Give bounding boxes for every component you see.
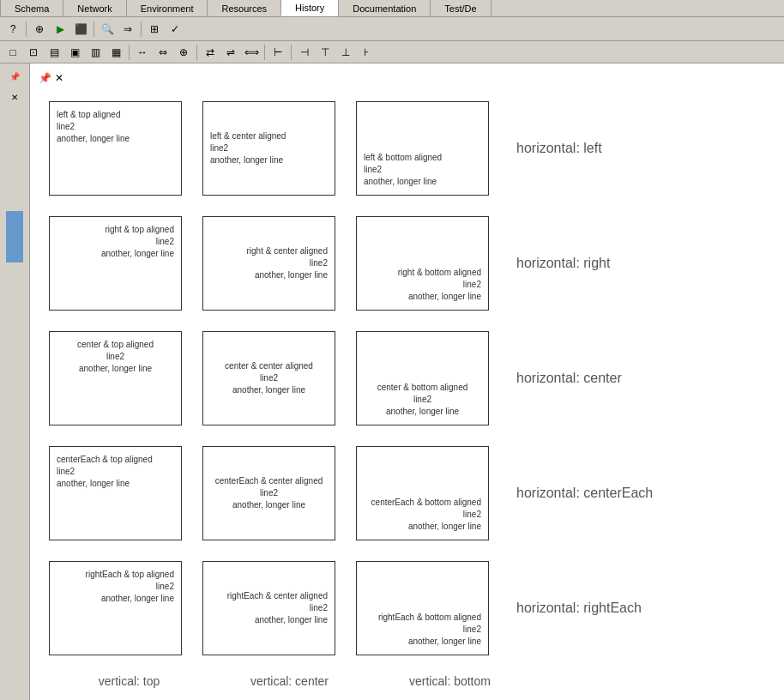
- sep2: [93, 21, 94, 37]
- tb2-g[interactable]: ↔: [133, 43, 152, 62]
- box-text-top-right: right & top alignedline2another, longer …: [101, 224, 174, 260]
- box-top-rightEach: rightEach & top alignedline2another, lon…: [42, 554, 189, 662]
- side-indicator: [6, 211, 23, 262]
- find-next-button[interactable]: ⇒: [118, 20, 137, 39]
- tb2-d[interactable]: ▣: [65, 43, 84, 62]
- demo-box-bottom-right: right & bottom alignedline2another, long…: [356, 216, 489, 311]
- box-text-bottom-centerEach: centerEach & bottom alignedline2another,…: [371, 497, 481, 533]
- tb2-p[interactable]: ⊥: [336, 43, 355, 62]
- tb2-j[interactable]: ⇄: [201, 43, 220, 62]
- pin-bar: 📌 ✕: [39, 72, 775, 84]
- tb2-a[interactable]: □: [3, 43, 22, 62]
- box-top-centerEach: centerEach & top alignedline2another, lo…: [42, 439, 189, 547]
- left-panel: 📌 ✕: [0, 63, 30, 700]
- tab-history[interactable]: History: [280, 0, 339, 16]
- row-left: left & top alignedline2another, longer l…: [39, 91, 688, 206]
- box-bottom-center: center & bottom alignedline2another, lon…: [349, 324, 496, 432]
- row-center: center & top alignedline2another, longer…: [39, 321, 688, 436]
- box-bottom-right: right & bottom alignedline2another, long…: [349, 209, 496, 317]
- demo-grid: left & top alignedline2another, longer l…: [39, 91, 688, 666]
- tb2-k[interactable]: ⇌: [221, 43, 240, 62]
- row-rightEach: rightEach & top alignedline2another, lon…: [39, 551, 688, 666]
- tb2-o[interactable]: ⊤: [316, 43, 335, 62]
- stop-button[interactable]: ⬛: [71, 20, 90, 39]
- tb2-h[interactable]: ⇔: [154, 43, 172, 62]
- toolbar2: □ ⊡ ▤ ▣ ▥ ▦ ↔ ⇔ ⊕ ⇄ ⇌ ⟺ ⊢ ⊣ ⊤ ⊥ ⊦: [0, 41, 784, 63]
- sep7: [291, 45, 292, 60]
- tab-bar: Schema Network Environment Resources His…: [0, 0, 784, 17]
- box-bottom-left: left & bottom alignedline2another, longe…: [349, 94, 496, 202]
- box-center-rightEach: rightEach & center alignedline2another, …: [196, 554, 342, 662]
- row-label-right: horizontal: right: [499, 256, 688, 271]
- tb2-q[interactable]: ⊦: [357, 43, 376, 62]
- demo-box-center-centerEach: centerEach & center alignedline2another,…: [202, 446, 335, 540]
- row-label-center: horizontal: center: [499, 371, 688, 386]
- sep3: [141, 21, 142, 37]
- box-text-bottom-rightEach: rightEach & bottom alignedline2another, …: [378, 612, 481, 648]
- footer-label-2: vertical: bottom: [377, 674, 523, 688]
- box-bottom-centerEach: centerEach & bottom alignedline2another,…: [349, 439, 496, 547]
- box-top-left: left & top alignedline2another, longer l…: [42, 94, 189, 202]
- demo-box-bottom-center: center & bottom alignedline2another, lon…: [356, 331, 489, 425]
- tb2-l[interactable]: ⟺: [242, 43, 261, 62]
- demo-box-center-rightEach: rightEach & center alignedline2another, …: [202, 561, 335, 655]
- tb2-b[interactable]: ⊡: [24, 43, 43, 62]
- left-btn2[interactable]: ✕: [5, 88, 24, 106]
- run-button[interactable]: ▶: [51, 20, 69, 39]
- demo-box-center-right: right & center alignedline2another, long…: [202, 216, 335, 311]
- demo-box-top-center: center & top alignedline2another, longer…: [49, 331, 182, 425]
- box-text-center-rightEach: rightEach & center alignedline2another, …: [227, 590, 328, 626]
- demo-box-center-center: center & center alignedline2another, lon…: [202, 331, 335, 425]
- tb2-m[interactable]: ⊢: [268, 43, 287, 62]
- tb2-n[interactable]: ⊣: [295, 43, 314, 62]
- footer-label-1: vertical: center: [216, 674, 363, 688]
- demo-box-top-rightEach: rightEach & top alignedline2another, lon…: [49, 561, 182, 655]
- pin-icon[interactable]: 📌: [39, 72, 51, 84]
- box-text-center-centerEach: centerEach & center alignedline2another,…: [203, 475, 335, 511]
- tb2-c[interactable]: ▤: [45, 43, 63, 62]
- tab-documentation[interactable]: Documentation: [338, 0, 431, 16]
- box-center-right: right & center alignedline2another, long…: [196, 209, 342, 317]
- box-top-center: center & top alignedline2another, longer…: [42, 324, 189, 432]
- sep1: [26, 21, 27, 37]
- box-text-center-center: center & center alignedline2another, lon…: [203, 360, 335, 396]
- tb2-f[interactable]: ▦: [106, 43, 125, 62]
- magnify-button[interactable]: ⊕: [30, 20, 49, 39]
- box-bottom-rightEach: rightEach & bottom alignedline2another, …: [349, 554, 496, 662]
- main-layout: 📌 ✕ 📌 ✕ left & top alignedline2another, …: [0, 63, 784, 700]
- footer-labels: vertical: topvertical: centervertical: b…: [39, 674, 775, 688]
- grid-button[interactable]: ⊞: [145, 20, 164, 39]
- demo-box-bottom-rightEach: rightEach & bottom alignedline2another, …: [356, 561, 489, 655]
- box-text-bottom-right: right & bottom alignedline2another, long…: [398, 267, 481, 303]
- tab-environment[interactable]: Environment: [126, 0, 208, 16]
- row-label-left: horizontal: left: [499, 141, 688, 156]
- box-text-center-left: left & center alignedline2another, longe…: [210, 130, 286, 166]
- tab-resources[interactable]: Resources: [207, 0, 281, 16]
- demo-box-top-right: right & top alignedline2another, longer …: [49, 216, 182, 311]
- check-button[interactable]: ✓: [166, 20, 184, 39]
- box-text-bottom-center: center & bottom alignedline2another, lon…: [357, 382, 488, 418]
- demo-box-top-centerEach: centerEach & top alignedline2another, lo…: [49, 446, 182, 540]
- box-center-center: center & center alignedline2another, lon…: [196, 324, 342, 432]
- tb2-i[interactable]: ⊕: [174, 43, 193, 62]
- tab-testdev[interactable]: Test/De: [430, 0, 491, 16]
- box-text-bottom-left: left & bottom alignedline2another, longe…: [364, 152, 442, 188]
- box-center-centerEach: centerEach & center alignedline2another,…: [196, 439, 342, 547]
- row-label-rightEach: horizontal: rightEach: [499, 600, 688, 616]
- close-icon[interactable]: ✕: [55, 72, 63, 84]
- tab-schema[interactable]: Schema: [0, 0, 63, 16]
- row-label-centerEach: horizontal: centerEach: [499, 486, 688, 501]
- content-area: 📌 ✕ left & top alignedline2another, long…: [30, 63, 784, 700]
- find-button[interactable]: 🔍: [98, 20, 117, 39]
- demo-box-bottom-left: left & bottom alignedline2another, longe…: [356, 101, 489, 196]
- tab-network[interactable]: Network: [63, 0, 126, 16]
- sep5: [196, 45, 197, 60]
- box-text-top-centerEach: centerEach & top alignedline2another, lo…: [57, 454, 153, 490]
- help-button[interactable]: ?: [3, 20, 22, 39]
- tb2-e[interactable]: ▥: [86, 43, 105, 62]
- box-center-left: left & center alignedline2another, longe…: [196, 94, 342, 202]
- sep4: [129, 45, 130, 60]
- demo-box-bottom-centerEach: centerEach & bottom alignedline2another,…: [356, 446, 489, 540]
- box-text-top-left: left & top alignedline2another, longer l…: [57, 109, 130, 145]
- left-btn1[interactable]: 📌: [5, 67, 24, 86]
